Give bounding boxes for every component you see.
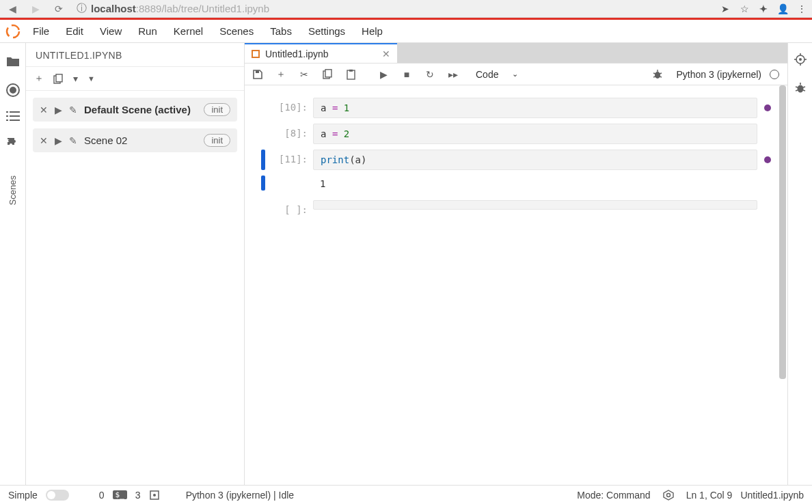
scene-list: ✕▶✎Default Scene (active)init✕▶✎Scene 02…: [26, 91, 244, 159]
cursor-position[interactable]: Ln 1, Col 9: [686, 490, 733, 501]
code-cell[interactable]: [11]:print(a): [254, 150, 774, 170]
scene-label: Scene 02: [84, 135, 197, 146]
cell-status-dot: [764, 104, 771, 111]
scene-sort-icon[interactable]: ▾: [70, 72, 81, 85]
notebook-tab[interactable]: Untitled1.ipynb ✕: [245, 43, 397, 63]
cell-input[interactable]: a = 2: [313, 124, 757, 144]
menu-item-settings[interactable]: Settings: [300, 23, 353, 40]
scene-item[interactable]: ✕▶✎Default Scene (active)init: [33, 98, 237, 122]
scrollbar[interactable]: [778, 85, 787, 485]
svg-rect-8: [56, 74, 62, 81]
browser-menu-icon[interactable]: ⋮: [794, 3, 809, 14]
cell-input[interactable]: print(a): [313, 150, 757, 170]
menu-item-scenes[interactable]: Scenes: [211, 23, 262, 40]
notebook-body[interactable]: [10]:a = 1[8]:a = 2[11]:print(a)1[ ]:: [245, 85, 787, 485]
menu-item-kernel[interactable]: Kernel: [165, 23, 211, 40]
menu-item-tabs[interactable]: Tabs: [262, 23, 300, 40]
profile-icon[interactable]: 👤: [775, 3, 790, 14]
cut-icon[interactable]: ✂: [295, 66, 313, 83]
cell-input[interactable]: a = 1: [313, 98, 757, 118]
stop-icon[interactable]: ■: [398, 66, 416, 83]
status-filename[interactable]: Untitled1.ipynb: [740, 490, 804, 501]
scene-play-icon[interactable]: ▶: [55, 104, 62, 115]
notebook-toolbar: ＋ ✂ ▶ ■ ↻ ▸▸ Code ⌄ Python 3 (ipykernel): [245, 64, 787, 85]
toc-icon[interactable]: [5, 109, 21, 124]
code-cell[interactable]: [8]:a = 2: [254, 124, 774, 144]
debugger-icon[interactable]: [651, 68, 664, 81]
svg-rect-1: [6, 111, 8, 113]
svg-point-26: [797, 85, 803, 93]
kernel-status[interactable]: Python 3 (ipykernel) | Idle: [186, 490, 295, 501]
extension-manager-icon[interactable]: [5, 136, 21, 151]
scene-more-icon[interactable]: ▼: [85, 73, 98, 84]
scene-init-button[interactable]: init: [204, 103, 230, 116]
alerts-count[interactable]: 0: [99, 490, 105, 501]
copy-icon[interactable]: [319, 66, 336, 83]
menu-item-file[interactable]: File: [25, 23, 57, 40]
run-icon[interactable]: ▶: [375, 66, 392, 83]
simple-mode-toggle[interactable]: [46, 490, 69, 501]
terminal-chip-icon[interactable]: $_: [113, 490, 127, 499]
notification-icon[interactable]: [663, 490, 674, 501]
terminals-count[interactable]: 3: [135, 490, 141, 501]
scene-close-icon[interactable]: ✕: [40, 104, 48, 115]
svg-point-14: [655, 72, 660, 79]
insert-cell-icon[interactable]: ＋: [272, 66, 290, 83]
svg-line-31: [803, 90, 805, 91]
duplicate-scene-icon[interactable]: [51, 72, 66, 85]
activity-bar: Scenes: [0, 43, 26, 485]
scene-init-button[interactable]: init: [204, 134, 230, 147]
svg-rect-4: [10, 115, 20, 117]
menu-bar: FileEditViewRunKernelScenesTabsSettingsH…: [0, 20, 812, 43]
kernel-name[interactable]: Python 3 (ipykernel): [676, 69, 761, 80]
jupyter-logo-icon[interactable]: [4, 23, 22, 40]
scene-close-icon[interactable]: ✕: [40, 135, 48, 146]
debugger-panel-icon[interactable]: [794, 81, 807, 95]
browser-back-icon[interactable]: ◀: [3, 3, 22, 14]
code-cell[interactable]: [ ]:: [254, 200, 774, 215]
property-inspector-icon[interactable]: [794, 53, 807, 66]
editor-mode[interactable]: Mode: Command: [577, 490, 650, 501]
menu-item-view[interactable]: View: [92, 23, 130, 40]
browser-url[interactable]: ⓘ localhost:8889/lab/tree/Untitled1.ipyn…: [77, 2, 269, 15]
cell-type-select[interactable]: Code ⌄: [472, 69, 522, 80]
cell-output: 1: [254, 176, 774, 192]
send-icon[interactable]: ➤: [718, 3, 733, 14]
paste-icon[interactable]: [342, 66, 360, 83]
svg-line-16: [653, 73, 655, 74]
save-icon[interactable]: [249, 66, 267, 83]
kernel-status-icon[interactable]: [770, 70, 779, 79]
menu-item-help[interactable]: Help: [353, 23, 391, 40]
scene-edit-icon[interactable]: ✎: [69, 104, 77, 115]
folder-icon[interactable]: [5, 54, 21, 69]
extensions-icon[interactable]: ✦: [756, 3, 771, 14]
scene-item[interactable]: ✕▶✎Scene 02init: [33, 128, 237, 152]
browser-forward-icon: ▶: [26, 3, 45, 14]
code-cell[interactable]: [10]:a = 1: [254, 98, 774, 118]
notebook-file-icon: [252, 50, 260, 58]
svg-line-17: [660, 73, 662, 74]
scene-play-icon[interactable]: ▶: [55, 135, 62, 146]
cell-input[interactable]: [313, 200, 757, 210]
svg-rect-11: [325, 70, 331, 77]
svg-rect-12: [347, 70, 355, 79]
lsp-icon[interactable]: [149, 490, 160, 501]
cell-prompt: [ ]:: [265, 200, 313, 215]
scenes-panel-title: UNTITLED1.IPYNB: [26, 43, 244, 67]
scenes-tab-label[interactable]: Scenes: [8, 176, 18, 205]
menu-item-edit[interactable]: Edit: [57, 23, 92, 40]
svg-rect-3: [6, 115, 8, 117]
star-icon[interactable]: ☆: [737, 3, 752, 14]
menu-item-run[interactable]: Run: [130, 23, 165, 40]
scene-edit-icon[interactable]: ✎: [69, 135, 77, 146]
run-all-icon[interactable]: ▸▸: [444, 66, 462, 83]
browser-reload-icon[interactable]: ⟳: [49, 3, 68, 14]
url-host: localhost: [91, 3, 136, 14]
status-bar: Simple 0 $_ 3 Python 3 (ipykernel) | Idl…: [0, 485, 812, 504]
running-kernels-icon[interactable]: [5, 81, 21, 96]
add-scene-icon[interactable]: ＋: [31, 71, 46, 86]
url-path: :8889/lab/tree/Untitled1.ipynb: [136, 3, 269, 14]
svg-rect-6: [10, 120, 20, 121]
close-icon[interactable]: ✕: [382, 48, 390, 59]
restart-icon[interactable]: ↻: [421, 66, 439, 83]
